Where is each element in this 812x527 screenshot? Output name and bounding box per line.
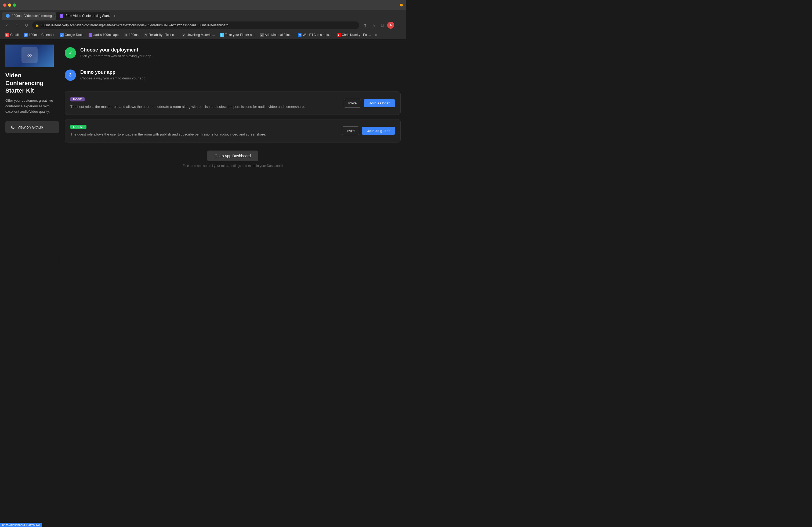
bookmark-webrtc-label: WebRTC in a nuts... [303,33,332,37]
address-text: 100ms.live/marketplace/video-conferencin… [41,23,228,27]
address-bar-row: ‹ › ↻ 🔒 100ms.live/marketplace/video-con… [0,20,406,31]
tab-1-favicon [6,14,10,18]
github-button-label: View on Github [17,125,43,129]
github-icon: ⊙ [11,124,15,130]
aadi-favicon: ∞ [89,33,92,37]
tab-1-label: 100ms - Video conferencing in... [12,14,56,18]
step-1-subtitle: Pick your preferred way of deploying you… [80,54,151,58]
bookmark-flutter-label: Take your Flutter a... [225,33,254,37]
traffic-lights [3,3,16,7]
bookmarks-bar: M Gmail C 100ms - Calendar D Google Docs… [0,31,406,39]
guest-role-card: GUEST The guest role allows the user to … [65,119,401,142]
kit-description: Offer your customers great live conferen… [5,98,54,115]
address-bar[interactable]: 🔒 100ms.live/marketplace/video-conferenc… [32,21,359,29]
step-3-title: Demo your app [80,70,146,75]
bookmark-docs-label: Google Docs [65,33,83,37]
bookmark-material3[interactable]: G Add Material 3 int... [258,32,294,37]
host-card-content: HOST The host role is the master role an… [70,96,339,110]
100ms-favicon: H [124,33,128,37]
tab-2[interactable]: ∞ Free Video Conferencing Start... ✕ [56,12,110,20]
browser-chrome: 100ms - Video conferencing in... ✕ ∞ Fre… [0,0,406,39]
host-actions: Invite Join as host [344,99,395,108]
join-as-host-button[interactable]: Join as host [364,99,395,107]
bookmark-100ms-label: 100ms [129,33,139,37]
back-button[interactable]: ‹ [3,21,11,29]
bookmark-chris[interactable]: ▶ Chris Kranky - Foll... [335,32,373,37]
bookmark-reliability[interactable]: N Reliability - Test c... [142,32,178,37]
github-button[interactable]: ⊙ View on Github [5,121,59,133]
host-description: The host role is the master role and all… [70,104,339,110]
right-panel: ✓ Choose your deployment Pick your prefe… [59,39,406,264]
bookmark-icon[interactable]: ☆ [370,21,378,29]
flutter-favicon: F [220,33,224,37]
refresh-button[interactable]: ↻ [23,21,30,29]
profile-avatar[interactable]: A [387,22,394,29]
host-badge: HOST [70,97,85,102]
notification-dot [400,4,403,6]
unveiling-favicon: U [182,33,186,37]
tab-bar: 100ms - Video conferencing in... ✕ ∞ Fre… [0,10,406,20]
extensions-icon[interactable]: □ [379,21,386,29]
material3-favicon: G [260,33,264,37]
bookmark-100ms[interactable]: H 100ms [122,32,141,37]
minimize-button[interactable] [8,3,11,7]
dashboard-hint: Fine tune and control your roles, settin… [65,164,401,168]
maximize-button[interactable] [13,3,16,7]
docs-favicon: D [60,33,64,37]
bookmark-reliability-label: Reliability - Test c... [149,33,176,37]
host-role-card: HOST The host role is the master role an… [65,91,401,115]
guest-description: The guest role allows the user to engage… [70,132,337,137]
step-1-info: Choose your deployment Pick your preferr… [80,47,151,58]
step-3-number: 3 [69,73,72,77]
guest-actions: Invite Join as guest [342,126,395,135]
webrtc-favicon: W [298,33,302,37]
sidebar-logo: ∞ [21,47,38,63]
bookmark-flutter[interactable]: F Take your Flutter a... [218,32,257,37]
close-button[interactable] [3,3,6,7]
step-3-row: 3 Demo your app Choose a way you want to… [65,64,401,86]
host-invite-button[interactable]: Invite [344,99,361,108]
guest-invite-button[interactable]: Invite [342,126,359,135]
bookmark-gmail-label: Gmail [10,33,18,37]
lock-icon: 🔒 [35,24,39,27]
bookmark-100ms-calendar[interactable]: C 100ms - Calendar [22,32,56,37]
step-1-circle: ✓ [65,47,76,59]
bookmark-aadi-app[interactable]: ∞ aadi's 100ms app [86,32,121,37]
bookmark-unveiling-label: Unveiling Material... [187,33,215,37]
bookmark-google-docs[interactable]: D Google Docs [58,32,85,37]
share-icon[interactable]: ⬆ [361,21,369,29]
bookmark-gmail[interactable]: M Gmail [3,32,21,37]
dashboard-section: Go to App Dashboard Fine tune and contro… [65,151,401,173]
guest-card-content: GUEST The guest role allows the user to … [70,124,337,137]
calendar-favicon: C [24,33,28,37]
sidebar-image: ∞ [5,45,54,67]
bookmarks-more[interactable]: » [374,33,378,37]
bookmark-material3-label: Add Material 3 int... [265,33,292,37]
left-panel: ∞ Video Conferencing Starter Kit Offer y… [0,39,59,264]
role-cards: HOST The host role is the master role an… [65,91,401,142]
forward-button[interactable]: › [13,21,20,29]
tab-1[interactable]: 100ms - Video conferencing in... ✕ [2,12,56,20]
step-3-subtitle: Choose a way you want to demo your app [80,76,146,80]
kit-title: Video Conferencing Starter Kit [5,72,54,95]
add-tab-button[interactable]: + [111,12,118,20]
kit-info: Video Conferencing Starter Kit Offer you… [5,67,54,133]
step-3-info: Demo your app Choose a way you want to d… [80,70,146,80]
bookmark-webrtc[interactable]: W WebRTC in a nuts... [296,32,334,37]
bookmark-chris-label: Chris Kranky - Foll... [342,33,371,37]
step-1-row: ✓ Choose your deployment Pick your prefe… [65,42,401,64]
join-as-guest-button[interactable]: Join as guest [362,127,395,135]
guest-badge: GUEST [70,125,86,129]
page-layout: ∞ Video Conferencing Starter Kit Offer y… [0,39,406,264]
reliability-favicon: N [144,33,148,37]
browser-top-bar [0,0,406,10]
go-to-dashboard-button[interactable]: Go to App Dashboard [207,151,258,161]
tab-2-favicon: ∞ [60,14,63,18]
bookmark-unveiling[interactable]: U Unveiling Material... [180,32,217,37]
tab-2-label: Free Video Conferencing Start... [66,14,110,18]
chris-favicon: ▶ [337,33,341,37]
menu-icon[interactable]: ⋮ [395,21,403,29]
bookmark-calendar-label: 100ms - Calendar [29,33,54,37]
gmail-favicon: M [5,33,9,37]
step-3-circle: 3 [65,70,76,81]
